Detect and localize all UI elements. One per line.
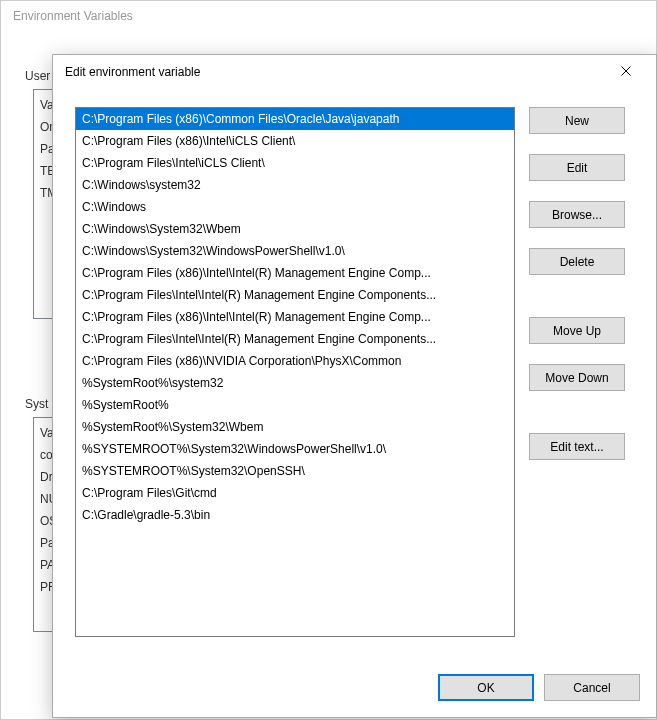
path-list-item[interactable]: C:\Program Files (x86)\Common Files\Orac… (76, 108, 514, 130)
new-button[interactable]: New (529, 107, 625, 134)
path-list-item[interactable]: C:\Program Files\Intel\Intel(R) Manageme… (76, 284, 514, 306)
move-up-button[interactable]: Move Up (529, 317, 625, 344)
user-vars-label: User (25, 69, 50, 83)
cancel-button[interactable]: Cancel (544, 674, 640, 701)
edit-text-button[interactable]: Edit text... (529, 433, 625, 460)
dialog-title: Edit environment variable (65, 65, 606, 79)
path-list-item[interactable]: C:\Windows\system32 (76, 174, 514, 196)
path-list-item[interactable]: C:\Program Files\Git\cmd (76, 482, 514, 504)
close-icon (621, 65, 631, 79)
ok-button[interactable]: OK (438, 674, 534, 701)
path-list-item[interactable]: %SystemRoot% (76, 394, 514, 416)
path-list-item[interactable]: C:\Program Files\Intel\Intel(R) Manageme… (76, 328, 514, 350)
parent-dialog-title: Environment Variables (1, 1, 656, 31)
path-list-item[interactable]: C:\Program Files (x86)\Intel\Intel(R) Ma… (76, 306, 514, 328)
path-list-item[interactable]: C:\Windows (76, 196, 514, 218)
path-list-item[interactable]: C:\Windows\System32\Wbem (76, 218, 514, 240)
dialog-titlebar: Edit environment variable (53, 55, 656, 89)
path-listbox[interactable]: C:\Program Files (x86)\Common Files\Orac… (75, 107, 515, 637)
path-list-item[interactable]: C:\Program Files (x86)\NVIDIA Corporatio… (76, 350, 514, 372)
path-list-item[interactable]: C:\Program Files (x86)\Intel\Intel(R) Ma… (76, 262, 514, 284)
dialog-body: C:\Program Files (x86)\Common Files\Orac… (53, 89, 656, 717)
path-list-item[interactable]: %SYSTEMROOT%\System32\OpenSSH\ (76, 460, 514, 482)
path-list-item[interactable]: C:\Windows\System32\WindowsPowerShell\v1… (76, 240, 514, 262)
system-vars-label: Syst (25, 397, 48, 411)
path-list-item[interactable]: %SystemRoot%\System32\Wbem (76, 416, 514, 438)
path-list-item[interactable]: C:\Program Files (x86)\Intel\iCLS Client… (76, 130, 514, 152)
path-list-item[interactable]: C:\Gradle\gradle-5.3\bin (76, 504, 514, 526)
dialog-buttons: OK Cancel (438, 674, 640, 701)
side-buttons: New Edit Browse... Delete Move Up Move D… (529, 107, 625, 460)
path-list-item[interactable]: %SystemRoot%\system32 (76, 372, 514, 394)
path-list-item[interactable]: C:\Program Files\Intel\iCLS Client\ (76, 152, 514, 174)
edit-env-var-dialog: Edit environment variable C:\Program Fil… (52, 54, 657, 718)
browse-button[interactable]: Browse... (529, 201, 625, 228)
edit-button[interactable]: Edit (529, 154, 625, 181)
close-button[interactable] (606, 58, 646, 86)
move-down-button[interactable]: Move Down (529, 364, 625, 391)
delete-button[interactable]: Delete (529, 248, 625, 275)
path-list-item[interactable]: %SYSTEMROOT%\System32\WindowsPowerShell\… (76, 438, 514, 460)
